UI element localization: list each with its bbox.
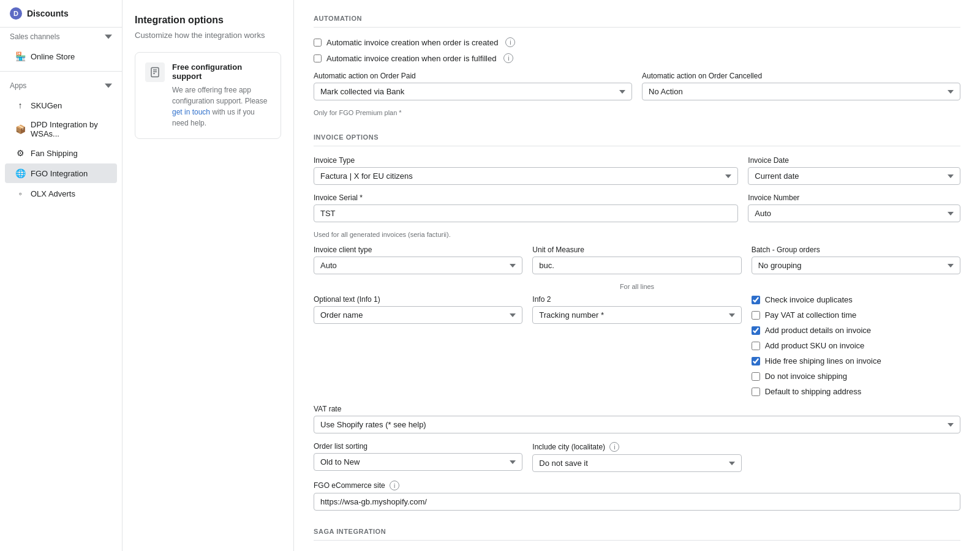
include-city-info-icon[interactable]: i (609, 442, 619, 452)
invoice-number-select[interactable]: Auto Manual (748, 204, 960, 222)
for-all-lines: For all lines (314, 283, 960, 290)
client-type-select[interactable]: Auto Person Company (314, 257, 522, 274)
invoice-type-date-row: Invoice Type Factura | X for EU citizens… (314, 156, 960, 185)
store-icon: 🏪 (15, 51, 26, 62)
fgo-site-group: FGO eCommerce site i (314, 481, 960, 511)
card-content: Free configuration support We are offeri… (172, 62, 271, 129)
auto-fulfilled-checkbox-row: Automatic invoice creation when order is… (314, 53, 960, 63)
sidebar-item-olx[interactable]: ◦ OLX Adverts (5, 184, 117, 203)
pay-vat-row: Pay VAT at collection time (752, 310, 960, 320)
sidebar-item-skugen[interactable]: ↑ SKUGen (5, 96, 117, 115)
check-duplicates-checkbox[interactable] (752, 296, 760, 304)
fgo-site-info-icon[interactable]: i (390, 481, 399, 490)
auto-create-checkbox-row: Automatic invoice creation when order is… (314, 37, 960, 47)
client-type-label: Invoice client type (314, 246, 522, 254)
hide-shipping-checkbox[interactable] (752, 357, 760, 365)
order-cancelled-select[interactable]: No Action Cancel Invoice (642, 83, 960, 100)
sidebar-item-online-store[interactable]: 🏪 Online Store (5, 47, 117, 66)
client-uom-batch-row: Invoice client type Auto Person Company … (314, 246, 960, 274)
vat-sorting-row: VAT rate Use Shopify rates (* see help) … (314, 405, 960, 433)
invoice-number-group: Invoice Number Auto Manual (748, 193, 960, 222)
hide-shipping-label: Hide free shiping lines on invoice (765, 356, 881, 365)
auto-create-label: Automatic invoice creation when order is… (326, 38, 498, 47)
order-sorting-group: Order list sorting Old to New New to Old (314, 442, 522, 472)
invoice-serial-input[interactable] (314, 204, 738, 222)
invoice-type-select[interactable]: Factura | X for EU citizens Factura (314, 167, 738, 185)
sidebar-item-fan-shipping[interactable]: ⚙ Fan Shipping (5, 143, 117, 163)
no-invoice-shipping-label: Do not invoice shipping (765, 372, 847, 381)
invoice-options-section: INVOICE OPTIONS Invoice Type Factura | X… (314, 133, 960, 511)
sidebar-top: D Discounts (0, 0, 122, 28)
fgo-site-label: FGO eCommerce site i (314, 481, 960, 490)
include-city-select[interactable]: Do not save it Save city (532, 454, 741, 472)
order-paid-select[interactable]: Mark collected via Bank No Action (314, 83, 632, 100)
product-details-row: Add product details on invoice (752, 326, 960, 335)
optional-text-select[interactable]: Order name None (314, 306, 522, 324)
include-city-label: Include city (localitate) i (532, 442, 741, 452)
default-shipping-row: Default to shipping address (752, 387, 960, 396)
batch-select[interactable]: No grouping Group by customer (752, 257, 960, 274)
order-paid-label: Automatic action on Order Paid (314, 72, 632, 80)
serial-helper: Used for all generated invoices (seria f… (314, 231, 960, 238)
batch-label: Batch - Group orders (752, 246, 960, 254)
sidebar-item-fgo[interactable]: 🌐 FGO Integration (5, 163, 117, 183)
pay-vat-checkbox[interactable] (752, 311, 760, 320)
apps-header: Apps (0, 77, 122, 95)
sales-channels-header: Sales channels (0, 28, 122, 46)
sidebar-top-label: Discounts (27, 9, 69, 18)
right-inner: AUTOMATION Automatic invoice creation wh… (294, 0, 980, 551)
sorting-city-row: Order list sorting Old to New New to Old… (314, 442, 960, 472)
invoice-serial-group: Invoice Serial * (314, 193, 738, 222)
product-sku-row: Add product SKU on invoice (752, 341, 960, 350)
chevron-right-icon (105, 33, 112, 40)
vat-rate-select[interactable]: Use Shopify rates (* see help) Fixed rat… (314, 416, 960, 433)
get-in-touch-link[interactable]: get in touch (172, 108, 210, 116)
order-paid-group: Automatic action on Order Paid Mark coll… (314, 72, 632, 100)
sidebar: D Discounts Sales channels 🏪 Online Stor… (0, 0, 123, 551)
fgo-icon: 🌐 (15, 168, 26, 179)
product-details-checkbox[interactable] (752, 326, 760, 335)
vat-rate-group: VAT rate Use Shopify rates (* see help) … (314, 405, 960, 433)
invoice-serial-label: Invoice Serial * (314, 193, 738, 202)
fgo-site-input[interactable] (314, 493, 960, 511)
dpd-icon: 📦 (15, 124, 26, 135)
auto-fulfilled-checkbox[interactable] (314, 54, 322, 62)
invoice-number-label: Invoice Number (748, 193, 960, 202)
olx-icon: ◦ (15, 188, 26, 199)
order-sorting-label: Order list sorting (314, 442, 522, 451)
optional-text-group: Optional text (Info 1) Order name None (314, 295, 522, 396)
info2-group: Info 2 Tracking number * None (532, 295, 741, 396)
saga-section: SAGA INTEGRATION Please read help sectio… (314, 528, 960, 551)
no-invoice-shipping-checkbox[interactable] (752, 372, 760, 381)
automation-title: AUTOMATION (314, 15, 960, 28)
card-title: Free configuration support (172, 62, 271, 81)
invoice-date-select[interactable]: Current date Order date (748, 167, 960, 185)
invoice-type-label: Invoice Type (314, 156, 738, 165)
invoice-date-label: Invoice Date (748, 156, 960, 165)
invoice-type-group: Invoice Type Factura | X for EU citizens… (314, 156, 738, 185)
auto-fulfilled-label: Automatic invoice creation when order is… (326, 54, 496, 63)
order-cancelled-group: Automatic action on Order Cancelled No A… (642, 72, 960, 100)
auto-create-info-icon[interactable]: i (505, 37, 515, 47)
uom-input[interactable] (532, 257, 741, 274)
product-sku-label: Add product SKU on invoice (765, 341, 865, 350)
auto-fulfilled-info-icon[interactable]: i (503, 53, 513, 63)
product-sku-checkbox[interactable] (752, 342, 760, 350)
premium-note: Only for FGO Premium plan * (314, 109, 960, 116)
middle-title: Integration options (135, 15, 281, 26)
sidebar-item-dpd[interactable]: 📦 DPD Integration by WSAs... (5, 116, 117, 143)
fan-shipping-icon: ⚙ (15, 148, 26, 159)
document-icon (149, 67, 160, 78)
invoice-options-title: INVOICE OPTIONS (314, 133, 960, 146)
info2-select[interactable]: Tracking number * None (532, 306, 741, 324)
pay-vat-label: Pay VAT at collection time (765, 310, 857, 320)
check-duplicates-label: Check invoice duplicates (765, 295, 853, 304)
default-shipping-checkbox[interactable] (752, 388, 760, 396)
order-sorting-select[interactable]: Old to New New to Old (314, 453, 522, 471)
middle-subtitle: Customize how the integration works (135, 31, 281, 40)
default-shipping-label: Default to shipping address (765, 387, 862, 396)
card-icon (145, 62, 165, 82)
auto-create-checkbox[interactable] (314, 39, 322, 47)
product-details-label: Add product details on invoice (765, 326, 871, 335)
skugen-icon: ↑ (15, 100, 26, 111)
